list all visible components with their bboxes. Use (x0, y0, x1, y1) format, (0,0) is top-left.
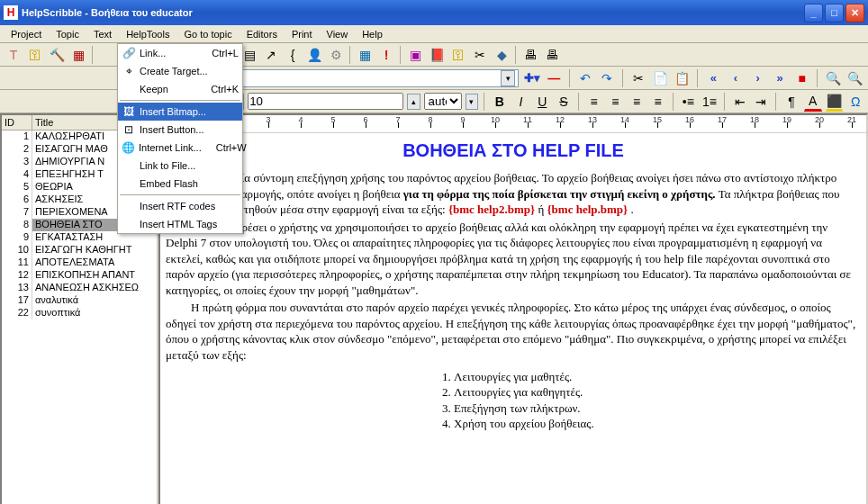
window-title: HelpScribble - Βοήθεια του educator (22, 7, 804, 18)
italic-button[interactable]: I (512, 92, 530, 112)
menu-item-insert-button-[interactable]: ⊡Insert Button... (118, 121, 242, 139)
app-icon: H (4, 5, 18, 20)
nav-search-icon[interactable]: 🔍 (824, 68, 843, 88)
combo-drop-icon[interactable]: ▾ (501, 70, 515, 86)
menu-item-link-to-file-[interactable]: Link to File... (118, 157, 242, 175)
nav-copy-icon[interactable]: 📄 (651, 68, 670, 88)
menu-shortcut: Ctrl+W (205, 142, 247, 153)
bold-button[interactable]: B (491, 92, 509, 112)
id-column-header[interactable]: ID (2, 115, 32, 130)
topic-row[interactable]: 13ΑΝΑΝΕΩΣΗ ΑΣΚΗΣΕΩ (2, 282, 157, 294)
menu-editors[interactable]: Editors (240, 27, 285, 41)
menu-item-link-[interactable]: 🔗Link...Ctrl+L (118, 44, 242, 62)
nav-prev-icon[interactable]: ‹ (727, 68, 746, 88)
paragraph-icon[interactable]: ¶ (782, 92, 800, 112)
topic-id: 1 (2, 130, 32, 143)
menu-item-create-target-[interactable]: ⌖Create Target... (118, 62, 242, 80)
menu-item-insert-rtf-codes[interactable]: Insert RTF codes (118, 197, 242, 215)
tool-db-icon[interactable]: ▣ (405, 45, 425, 65)
tool-alert-icon[interactable]: ! (376, 45, 396, 65)
menu-text[interactable]: Text (86, 27, 119, 41)
font-script-select[interactable]: autc (424, 93, 462, 110)
font-size-input[interactable] (248, 93, 403, 110)
tool-key2-icon[interactable]: ⚿ (448, 45, 468, 65)
menu-topic[interactable]: Topic (49, 27, 86, 41)
bullet-list-icon[interactable]: •≡ (679, 92, 697, 112)
nav-paste-icon[interactable]: 📋 (674, 68, 692, 88)
tool-print-icon[interactable]: 🖶 (520, 45, 540, 65)
menu-item-keepn[interactable]: KeepnCtrl+K (118, 80, 242, 98)
nav-cut-icon[interactable]: ✂ (629, 68, 648, 88)
nav-last-icon[interactable]: » (771, 68, 790, 88)
tool-gear-icon[interactable]: ⚙ (326, 45, 346, 65)
topic-row[interactable]: 12ΕΠΙΣΚΟΠΗΣΗ ΑΠΑΝΤ (2, 269, 157, 282)
nav-minus-icon[interactable]: — (545, 68, 564, 88)
nav-next-icon[interactable]: › (748, 68, 767, 88)
align-center-icon[interactable]: ≡ (606, 92, 624, 112)
tool-print2-icon[interactable]: 🖶 (542, 45, 562, 65)
align-justify-icon[interactable]: ≡ (649, 92, 667, 112)
align-right-icon[interactable]: ≡ (628, 92, 646, 112)
nav-add-icon[interactable]: ✚▾ (522, 68, 541, 88)
tool-hammer-icon[interactable]: 🔨 (47, 45, 67, 65)
nav-replace-icon[interactable]: 🔍 (845, 68, 864, 88)
nav-undo-icon[interactable]: ↶ (576, 68, 595, 88)
symbol-icon[interactable]: Ω (846, 92, 864, 112)
menu-item-label: Insert RTF codes (140, 201, 215, 212)
menu-item-embed-flash[interactable]: Embed Flash (118, 175, 242, 193)
underline-button[interactable]: U (533, 92, 551, 112)
tool-grid-icon[interactable]: ▦ (68, 45, 88, 65)
menu-item-internet-link-[interactable]: 🌐Internet Link...Ctrl+W (118, 139, 242, 157)
menu-item-insert-bitmap-[interactable]: 🖼Insert Bitmap... (118, 103, 242, 121)
tool-book-icon[interactable]: 📕 (427, 45, 447, 65)
menu-shortcut: Ctrl+K (200, 84, 239, 94)
font-size-up-icon[interactable]: ▴ (407, 94, 420, 110)
tool-key-icon[interactable]: ⚿ (25, 45, 45, 65)
bg-color-icon[interactable]: ⬛ (826, 92, 844, 112)
font-script-drop-icon[interactable]: ▾ (466, 94, 478, 110)
globe-icon: 🌐 (122, 140, 135, 155)
content-p1: φόρμα γίνεται μία σύντομη επεξήγηση χρήσ… (166, 170, 861, 218)
menu-helptools[interactable]: HelpTools (119, 27, 176, 41)
topic-row[interactable]: 17αναλυτικά (2, 294, 157, 307)
menu-item-insert-html-tags[interactable]: Insert HTML Tags (118, 215, 242, 233)
blank-icon (122, 158, 136, 173)
tool-calendar-icon[interactable]: ▦ (355, 45, 375, 65)
topic-row[interactable]: 22συνοπτικά (2, 307, 157, 320)
tool-person-icon[interactable]: 👤 (304, 45, 324, 65)
topic-row[interactable]: 10ΕΙΣΑΓΩΓΗ ΚΑΘΗΓΗΤ (2, 244, 157, 256)
outdent-icon[interactable]: ⇤ (731, 92, 749, 112)
minimize-button[interactable]: _ (804, 4, 823, 22)
close-button[interactable]: ✕ (845, 4, 864, 22)
maximize-button[interactable]: □ (825, 4, 844, 22)
tool-arrow-icon[interactable]: ↗ (261, 45, 281, 65)
indent-icon[interactable]: ⇥ (752, 92, 770, 112)
menu-project[interactable]: Project (4, 27, 49, 41)
topic-id: 22 (2, 307, 32, 320)
nav-first-icon[interactable]: « (704, 68, 723, 88)
bitmap-icon: 🖼 (122, 104, 136, 119)
tool-script-icon[interactable]: { (283, 45, 303, 65)
menu-gototopic[interactable]: Go to topic (176, 27, 239, 41)
tool-tag-icon[interactable]: ◆ (492, 45, 511, 65)
nav-redo-icon[interactable]: ↷ (598, 68, 617, 88)
tool-title-icon[interactable]: T (4, 45, 23, 65)
tool-scissors-icon[interactable]: ✂ (470, 45, 490, 65)
strike-button[interactable]: S (555, 92, 573, 112)
content-area[interactable]: ΒΟΗΘΕΙΑ ΣΤΟ HELP FILE φόρμα γίνεται μία … (160, 133, 866, 504)
menu-view[interactable]: View (320, 27, 356, 41)
menu-help[interactable]: Help (355, 27, 390, 41)
number-list-icon[interactable]: 1≡ (701, 92, 719, 112)
menu-shortcut: Ctrl+L (201, 48, 239, 58)
editor-pane: 0123456789101112131415161718192021 ΒΟΗΘΕ… (158, 113, 868, 504)
topic-id: 3 (2, 156, 32, 168)
font-color-icon[interactable]: A (804, 92, 822, 112)
ruler[interactable]: 0123456789101112131415161718192021 (160, 115, 866, 133)
button-icon: ⊡ (122, 122, 136, 137)
menu-print[interactable]: Print (285, 27, 320, 41)
topic-row[interactable]: 11ΑΠΟΤΕΛΕΣΜΑΤΑ (2, 256, 157, 269)
nav-stop-icon[interactable]: ■ (792, 68, 811, 88)
topic-title: ΑΠΟΤΕΛΕΣΜΑΤΑ (32, 256, 157, 269)
align-left-icon[interactable]: ≡ (585, 92, 603, 112)
menu-item-label: Internet Link... (139, 142, 202, 153)
